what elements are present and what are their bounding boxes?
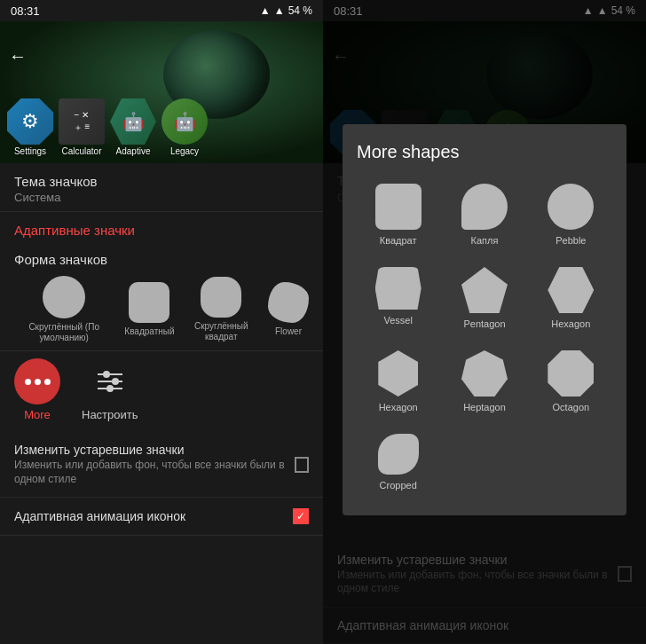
status-bar-left: 08:31 ▲ ▲ 54 %: [0, 0, 323, 21]
shape-squircle: [201, 277, 241, 318]
customize-button[interactable]: Настроить: [82, 358, 138, 421]
settings-icon-shape: ⚙: [7, 98, 53, 145]
shape-hexagon2: [375, 350, 421, 397]
adaptive-anim-text: Адаптивная анимация иконок: [14, 509, 185, 523]
dot-3: [44, 379, 51, 385]
legacy-icons-checkbox[interactable]: [295, 457, 309, 473]
calculator-label: Calculator: [61, 146, 101, 156]
slider-line-2: [98, 381, 122, 382]
settings-label: Settings: [14, 146, 46, 156]
slider-handle-1: [103, 371, 110, 378]
shape-pentagon-label: Pentagon: [463, 318, 505, 329]
modal-overlay[interactable]: More shapes Квадрат Капля Pebble: [323, 0, 646, 644]
back-button-left[interactable]: ←: [9, 46, 27, 67]
shape-vessel: [375, 267, 421, 310]
calc-top: −✕: [75, 110, 90, 120]
shape-circle-item[interactable]: Скруглённый (По умолчанию): [14, 276, 114, 343]
app-icon-calculator: −✕ ＋≡ Calculator: [59, 98, 105, 156]
shapes-row: Скруглённый (По умолчанию) Квадратный Ск…: [14, 276, 309, 343]
shape-squircle-item[interactable]: Скруглённый квадрат: [185, 277, 257, 342]
shape-octagon: [548, 350, 594, 397]
shape-hexagon2-label: Hexagon: [379, 402, 418, 412]
shape-cropped-label: Cropped: [380, 480, 417, 491]
shape-hexagon-item[interactable]: Hexagon: [530, 260, 612, 336]
shape-rounded-rect-item[interactable]: Квадратный: [124, 282, 174, 337]
adaptive-icon: 🤖: [122, 111, 145, 132]
theme-title: Тема значков: [14, 174, 309, 189]
shape-circle: [43, 276, 85, 318]
shape-drop-item[interactable]: Капля: [443, 177, 525, 253]
shape-hexagon: [548, 267, 594, 313]
calc-bottom: ＋≡: [74, 122, 91, 134]
right-panel: 08:31 ▲ ▲ 54 % ← ⚙ −✕ ＋≡ 🤖: [323, 0, 646, 644]
shape-flower-item[interactable]: Flower: [268, 282, 309, 337]
shape-cropped-item[interactable]: Cropped: [357, 427, 439, 498]
more-label: More: [24, 408, 51, 421]
adaptive-anim-checkbox[interactable]: ✓: [293, 508, 309, 524]
shape-square-item[interactable]: Квадрат: [357, 177, 439, 253]
shape-square-label: Квадрат: [380, 235, 417, 246]
status-icons-left: ▲ ▲ 54 %: [260, 4, 312, 17]
shape-rounded-rect: [129, 282, 169, 323]
app-icon-adaptive: 🤖 Adaptive: [110, 98, 156, 156]
dot-1: [25, 379, 31, 385]
shape-circle-label: Скруглённый (По умолчанию): [14, 322, 114, 343]
legacy-icons-desc: Изменить или добавить фон, чтобы все зна…: [14, 459, 295, 486]
slider-handle-2: [112, 378, 119, 385]
theme-section: Тема значков Система: [0, 163, 323, 212]
adaptive-section-label[interactable]: Адаптивные значки: [0, 212, 323, 245]
shape-pentagon: [461, 267, 508, 313]
shape-octagon-label: Octagon: [553, 402, 590, 412]
shapes-title: Форма значков: [14, 252, 309, 267]
adaptive-label: Adaptive: [116, 146, 151, 156]
slider-handle-3: [106, 385, 114, 392]
shape-hexagon2-item[interactable]: Hexagon: [357, 343, 439, 420]
calculator-icon-shape: −✕ ＋≡: [59, 98, 105, 145]
adaptive-icon-shape: 🤖: [110, 98, 156, 145]
adaptive-anim-title: Адаптивная анимация иконок: [14, 509, 185, 523]
more-shapes-dialog: More shapes Квадрат Капля Pebble: [343, 124, 626, 515]
customize-label: Настроить: [82, 408, 138, 421]
shape-pebble-label: Pebble: [555, 235, 586, 246]
shape-drop-label: Капля: [471, 235, 499, 246]
shape-heptagon-item[interactable]: Heptagon: [443, 343, 525, 420]
dot-2: [35, 379, 41, 385]
shape-vessel-label: Vessel: [383, 315, 412, 326]
wifi-icon: ▲: [260, 4, 271, 17]
legacy-label: Legacy: [170, 146, 199, 156]
slider-line-1: [98, 373, 122, 375]
hero-image-left: ← ⚙ Settings −✕ ＋≡ Calculator 🤖 Adaptive: [0, 21, 323, 163]
settings-icon: ⚙: [21, 110, 39, 133]
app-icon-settings: ⚙ Settings: [7, 98, 53, 156]
theme-subtitle: Система: [14, 191, 309, 204]
sliders-icon: [91, 366, 130, 397]
app-icon-legacy: 🤖 Legacy: [162, 98, 208, 156]
app-icons-row-left: ⚙ Settings −✕ ＋≡ Calculator 🤖 Adaptive: [7, 98, 316, 156]
adaptive-anim-item[interactable]: Адаптивная анимация иконок ✓: [0, 498, 323, 536]
shape-pebble: [548, 184, 594, 230]
left-panel: 08:31 ▲ ▲ 54 % ← ⚙ Settings −✕ ＋≡ Calcul…: [0, 0, 323, 644]
shape-octagon-item[interactable]: Octagon: [530, 343, 612, 420]
more-button[interactable]: More: [14, 358, 60, 421]
shape-squircle-label: Скруглённый квадрат: [185, 321, 257, 342]
more-dots: [25, 379, 51, 385]
battery-left: 54 %: [288, 4, 312, 17]
shape-rounded-rect-label: Квадратный: [124, 326, 174, 337]
shape-heptagon: [461, 350, 508, 397]
customize-icon: [87, 358, 133, 404]
shape-cropped: [378, 434, 419, 475]
shape-pebble-item[interactable]: Pebble: [530, 177, 612, 253]
more-icon: [14, 358, 60, 404]
shape-heptagon-label: Heptagon: [463, 402, 506, 412]
shape-flower-label: Flower: [275, 326, 302, 337]
legacy-icons-title: Изменить устаревшие значки: [14, 443, 295, 457]
shape-drop: [461, 184, 508, 230]
shape-hexagon-label: Hexagon: [551, 318, 590, 329]
legacy-icons-item[interactable]: Изменить устаревшие значки Изменить или …: [0, 432, 323, 498]
signal-icon: ▲: [274, 4, 285, 17]
shape-vessel-item[interactable]: Vessel: [357, 260, 439, 336]
shape-pentagon-item[interactable]: Pentagon: [443, 260, 525, 336]
legacy-icon: 🤖: [174, 111, 196, 132]
shapes-section: Форма значков Скруглённый (По умолчанию)…: [0, 245, 323, 351]
settings-content-left: Тема значков Система Адаптивные значки Ф…: [0, 163, 323, 644]
